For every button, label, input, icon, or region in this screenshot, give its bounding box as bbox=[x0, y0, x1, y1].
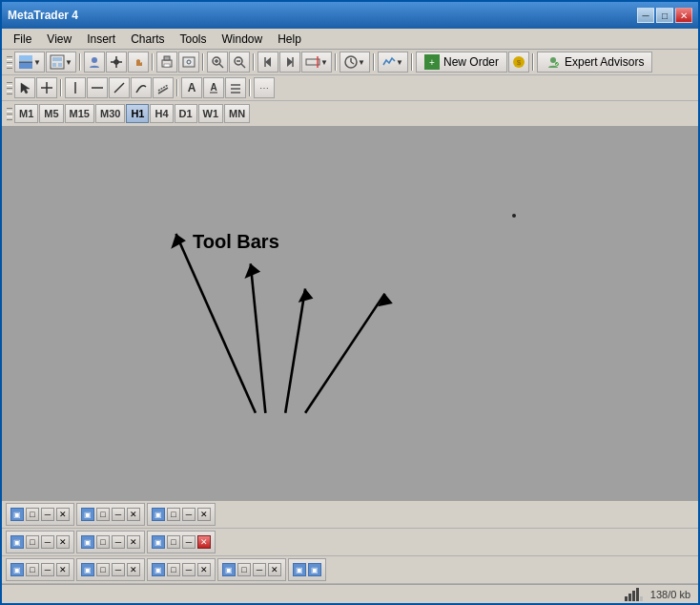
maximize-button[interactable]: □ bbox=[656, 8, 673, 23]
menu-insert[interactable]: Insert bbox=[79, 31, 123, 48]
toolbar-grip-3[interactable] bbox=[6, 106, 13, 122]
finger-button[interactable] bbox=[128, 52, 149, 73]
toolbar-grip-2[interactable] bbox=[6, 80, 13, 96]
panel-min-btn[interactable]: ─ bbox=[182, 535, 196, 549]
panel-tab-6[interactable]: ▣ □ ─ ✕ bbox=[147, 531, 216, 553]
label-button[interactable]: A bbox=[203, 77, 224, 98]
panel-min-btn[interactable]: ─ bbox=[112, 535, 125, 549]
tf-d1[interactable]: D1 bbox=[175, 104, 197, 123]
minimize-button[interactable]: ─ bbox=[637, 8, 654, 23]
menu-charts[interactable]: Charts bbox=[123, 31, 172, 48]
bottom-panels: ▣ □ ─ ✕ ▣ □ ─ ✕ ▣ □ ─ ✕ ▣ □ ─ bbox=[2, 499, 698, 584]
panel-restore-btn[interactable]: □ bbox=[167, 535, 180, 549]
panel-min-btn[interactable]: ─ bbox=[41, 563, 54, 576]
scroll-left-button[interactable] bbox=[257, 52, 278, 73]
panel-tab-3[interactable]: ▣ □ ─ ✕ bbox=[147, 503, 216, 526]
panel-restore-btn[interactable]: □ bbox=[26, 563, 39, 576]
panel-close-btn[interactable]: ✕ bbox=[127, 535, 140, 549]
more-button[interactable]: ⋯ bbox=[254, 77, 275, 98]
trendline-button[interactable] bbox=[109, 77, 130, 98]
panel-close-btn[interactable]: ✕ bbox=[127, 508, 140, 521]
panel-min-btn[interactable]: ─ bbox=[182, 563, 196, 576]
panel-close-btn[interactable]: ✕ bbox=[197, 563, 211, 576]
panel-min-btn[interactable]: ─ bbox=[182, 508, 196, 521]
panel-tab-11[interactable]: ▣ ▣ bbox=[288, 558, 326, 581]
panel-min-btn[interactable]: ─ bbox=[253, 563, 266, 576]
panel-restore-btn[interactable]: □ bbox=[96, 508, 110, 521]
panel-tab-4[interactable]: ▣ □ ─ ✕ bbox=[6, 531, 74, 553]
tf-w1[interactable]: W1 bbox=[198, 104, 224, 123]
menu-view[interactable]: View bbox=[39, 31, 79, 48]
tf-m30[interactable]: M30 bbox=[95, 104, 125, 123]
menu-window[interactable]: Window bbox=[215, 31, 271, 48]
panel-tab-1[interactable]: ▣ □ ─ ✕ bbox=[6, 503, 74, 526]
text-button[interactable]: A bbox=[181, 77, 202, 98]
menu-tools[interactable]: Tools bbox=[173, 31, 215, 48]
panel-close-btn[interactable]: ✕ bbox=[268, 563, 281, 576]
templates-button[interactable]: ▼ bbox=[46, 52, 76, 73]
gold-icon-button[interactable]: $ bbox=[508, 52, 529, 73]
profiles-button[interactable] bbox=[84, 52, 105, 73]
crosshair-button[interactable] bbox=[106, 52, 127, 73]
tf-m5[interactable]: M5 bbox=[39, 104, 63, 123]
menu-file[interactable]: File bbox=[6, 31, 39, 48]
panel-min-btn[interactable]: ─ bbox=[41, 508, 54, 521]
tf-h1[interactable]: H1 bbox=[126, 104, 149, 123]
panel-close-btn[interactable]: ✕ bbox=[56, 563, 70, 576]
panel-restore-btn[interactable]: □ bbox=[167, 563, 180, 576]
panel-close-btn[interactable]: ✕ bbox=[56, 508, 70, 521]
panel-close-btn[interactable]: ✕ bbox=[197, 508, 211, 521]
panel-close-btn[interactable]: ✕ bbox=[127, 563, 140, 576]
channel-button[interactable] bbox=[153, 77, 174, 98]
panel-tab-9[interactable]: ▣ □ ─ ✕ bbox=[147, 558, 216, 581]
scroll-right-button[interactable] bbox=[279, 52, 300, 73]
panel-restore-btn[interactable]: □ bbox=[26, 535, 39, 549]
panel-min-btn[interactable]: ─ bbox=[112, 508, 125, 521]
svg-text:A: A bbox=[188, 81, 196, 94]
toolbar-separator-2 bbox=[152, 53, 154, 71]
zoom-out-button[interactable] bbox=[229, 52, 250, 73]
panel-close-red-btn[interactable]: ✕ bbox=[197, 535, 211, 549]
tf-h4[interactable]: H4 bbox=[150, 104, 173, 123]
toolbar-separator-8 bbox=[532, 53, 534, 71]
close-button[interactable]: ✕ bbox=[675, 8, 692, 23]
svg-rect-12 bbox=[164, 56, 170, 60]
vline-button[interactable] bbox=[65, 77, 86, 98]
panel-tab-7[interactable]: ▣ □ ─ ✕ bbox=[6, 558, 74, 581]
print-button[interactable] bbox=[156, 52, 177, 73]
print-preview-button[interactable] bbox=[178, 52, 199, 73]
tf-m1[interactable]: M1 bbox=[14, 104, 38, 123]
panel-tab-8[interactable]: ▣ □ ─ ✕ bbox=[76, 558, 145, 581]
panel-restore-btn[interactable]: □ bbox=[96, 535, 110, 549]
svg-line-32 bbox=[351, 62, 354, 64]
panel-tab-2[interactable]: ▣ □ ─ ✕ bbox=[76, 503, 145, 526]
panel-close-btn[interactable]: ✕ bbox=[56, 535, 70, 549]
new-chart-button[interactable]: ▼ bbox=[14, 52, 45, 73]
panel-restore-btn[interactable]: □ bbox=[96, 563, 110, 576]
clock-button[interactable]: ▼ bbox=[340, 52, 370, 73]
panel-restore-btn[interactable]: □ bbox=[26, 508, 39, 521]
menu-bar: File View Insert Charts Tools Window Hel… bbox=[2, 29, 698, 50]
cursor-tool-button[interactable] bbox=[14, 77, 35, 98]
indicators-button[interactable]: ▼ bbox=[378, 52, 408, 73]
panel-min-btn[interactable]: ─ bbox=[112, 563, 125, 576]
new-order-button[interactable]: + New Order bbox=[416, 52, 507, 73]
panel-min-btn[interactable]: ─ bbox=[41, 535, 54, 549]
more-tools-button[interactable] bbox=[225, 77, 246, 98]
chart-shift-button[interactable]: ▼ bbox=[301, 52, 332, 73]
expert-advisors-button[interactable]: ✓ Expert Advisors bbox=[537, 52, 652, 73]
panel-tab-10[interactable]: ▣ □ ─ ✕ bbox=[217, 558, 286, 581]
toolbar-separator bbox=[79, 53, 81, 71]
freehand-button[interactable] bbox=[131, 77, 152, 98]
menu-help[interactable]: Help bbox=[270, 31, 309, 48]
toolbar-grip-1[interactable] bbox=[6, 54, 13, 71]
panel-restore-btn[interactable]: □ bbox=[237, 563, 251, 576]
tf-mn[interactable]: MN bbox=[224, 104, 250, 123]
panel-tab-5[interactable]: ▣ □ ─ ✕ bbox=[76, 531, 145, 553]
hline-button[interactable] bbox=[87, 77, 108, 98]
panel-restore-btn[interactable]: □ bbox=[167, 508, 180, 521]
tf-m15[interactable]: M15 bbox=[65, 104, 94, 123]
svg-line-57 bbox=[285, 288, 305, 412]
zoom-in-button[interactable] bbox=[207, 52, 228, 73]
crosshair-tool-button[interactable] bbox=[36, 77, 57, 98]
